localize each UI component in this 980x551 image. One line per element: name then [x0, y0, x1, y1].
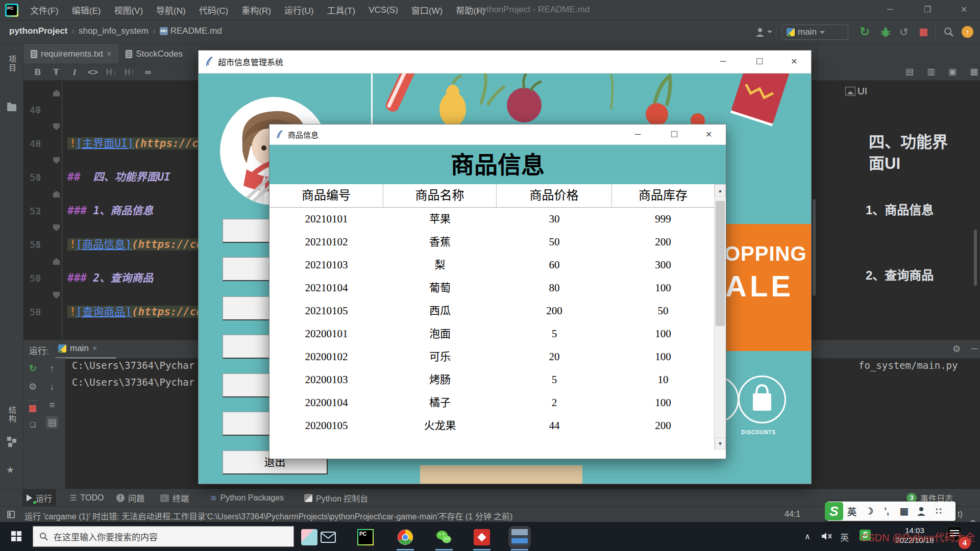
image-gutter-icon[interactable]: [53, 191, 60, 197]
user-dropdown-caret[interactable]: [767, 31, 772, 33]
toolbar-run[interactable]: 运行: [22, 489, 56, 507]
col-product-name[interactable]: 商品名称: [383, 184, 497, 207]
user-icon[interactable]: [754, 27, 766, 38]
table-row[interactable]: 20210104葡萄80100: [270, 277, 714, 299]
volume-muted-icon[interactable]: [821, 532, 833, 541]
table-row[interactable]: 20200101泡面5100: [270, 322, 714, 345]
run-settings-gear-icon[interactable]: ⚙: [952, 343, 961, 355]
toolbar-problems[interactable]: !问题: [112, 489, 149, 507]
menu-window[interactable]: 窗口(W): [405, 4, 449, 16]
md-link[interactable]: [商品信息]: [76, 238, 132, 251]
menu-refactor[interactable]: 重构(R): [235, 4, 278, 16]
breadcrumb-folder[interactable]: shop_info_system: [79, 26, 149, 36]
scroll-down-icon[interactable]: ▼: [715, 437, 726, 449]
structure-icon[interactable]: [7, 437, 11, 441]
run-button[interactable]: ↻: [860, 24, 870, 39]
toolbar-python-console[interactable]: Python 控制台: [300, 489, 372, 507]
child-window-titlebar[interactable]: 商品信息 ─ ☐ ✕: [270, 124, 726, 145]
sogou-toolbox-icon[interactable]: ∷: [930, 506, 947, 517]
menu-file[interactable]: 文件(F): [23, 4, 65, 16]
heading-gutter-icon[interactable]: [53, 292, 60, 298]
run-hide-icon[interactable]: ─: [971, 343, 978, 354]
heading-gutter-icon[interactable]: [53, 157, 60, 164]
mail-app-icon[interactable]: [321, 530, 336, 544]
sogou-person-icon[interactable]: [916, 506, 926, 516]
sogou-keyboard-icon[interactable]: ▦: [895, 506, 913, 517]
breadcrumb-project[interactable]: pythonProject: [9, 26, 67, 36]
product-table[interactable]: 商品编号 商品名称 商品价格 商品库存 20210101苹果30999 2021…: [270, 184, 714, 437]
child-close-button[interactable]: ✕: [705, 130, 712, 139]
header-down-icon[interactable]: H↓: [102, 67, 120, 78]
sogou-ime-bar[interactable]: S 英 ☽ ’, ▦ ∷: [827, 502, 955, 521]
view-grid-icon[interactable]: ▦: [963, 66, 980, 77]
wechat-app-icon[interactable]: [436, 530, 452, 545]
tab-requirements[interactable]: requirements.txt ×: [23, 44, 118, 64]
table-row[interactable]: 20210101苹果30999: [270, 208, 714, 231]
tool-windows-toggle-icon[interactable]: [7, 511, 15, 518]
taskbar-search[interactable]: 在这里输入你要搜索的内容: [33, 526, 294, 547]
sogou-punctuation-icon[interactable]: ’,: [878, 506, 895, 517]
col-product-id[interactable]: 商品编号: [270, 184, 383, 207]
table-row[interactable]: 20200105火龙果44200: [270, 414, 714, 437]
run-tab-close-icon[interactable]: ×: [92, 344, 97, 353]
search-everywhere-icon[interactable]: [943, 27, 954, 38]
main-maximize-button[interactable]: ☐: [756, 57, 763, 66]
code-icon[interactable]: <>: [84, 67, 102, 78]
child-maximize-button[interactable]: ☐: [671, 130, 678, 139]
scroll-up-icon[interactable]: ▲: [715, 184, 726, 196]
heading-gutter-icon[interactable]: [53, 123, 60, 130]
cards-game-app-icon[interactable]: [474, 529, 490, 545]
ide-maximize-button[interactable]: ❐: [924, 5, 931, 14]
col-product-price[interactable]: 商品价格: [497, 184, 612, 207]
italic-icon[interactable]: I: [65, 67, 84, 78]
menu-vcs[interactable]: VCS(S): [362, 5, 405, 15]
table-row[interactable]: 20210102香蕉50200: [270, 231, 714, 254]
stop-icon[interactable]: [29, 405, 36, 412]
table-row[interactable]: 20210105西瓜20050: [270, 299, 714, 322]
main-window-titlebar[interactable]: 超市信息管理系统 ─ ☐ ✕: [199, 51, 811, 73]
debug-button[interactable]: [880, 27, 891, 38]
image-gutter-icon[interactable]: [53, 258, 60, 265]
favorites-star-icon[interactable]: ★: [6, 464, 14, 475]
run-config-selector[interactable]: main: [782, 24, 848, 40]
table-row[interactable]: 20200103烤肠510: [270, 368, 714, 391]
scroll-to-end-icon[interactable]: ▤: [46, 416, 58, 429]
editor-scrollbar[interactable]: [813, 199, 816, 296]
image-gutter-icon[interactable]: [53, 90, 60, 96]
menu-edit[interactable]: 编辑(E): [65, 4, 108, 16]
bold-icon[interactable]: B: [29, 67, 47, 78]
profile-button[interactable]: ↺: [899, 26, 909, 38]
view-editor-only-icon[interactable]: ▤: [899, 66, 920, 77]
md-link[interactable]: [主界面UI]: [76, 137, 134, 149]
menu-run[interactable]: 运行(U): [278, 4, 321, 16]
tab-stockcodes[interactable]: StockCodes: [118, 44, 190, 64]
run-tab-main[interactable]: main ×: [58, 343, 97, 354]
caret-position[interactable]: 44:1: [785, 510, 800, 519]
scrollbar-thumb[interactable]: [716, 201, 725, 326]
menu-navigate[interactable]: 导航(N): [150, 4, 192, 16]
up-stack-icon[interactable]: ↑: [46, 362, 58, 374]
restore-layout-icon[interactable]: ❏: [27, 418, 39, 431]
status-message[interactable]: 运行 'cargame (1)' 时出错: 无法启动进程,工作目录'C:\Use…: [24, 510, 512, 522]
view-split-icon[interactable]: ▥: [920, 66, 942, 77]
tool-window-structure[interactable]: 结构: [7, 406, 17, 423]
photos-app-icon[interactable]: [301, 529, 317, 545]
menu-code[interactable]: 代码(C): [192, 4, 235, 16]
stop-button[interactable]: [920, 29, 927, 36]
tool-window-project[interactable]: 项目: [7, 55, 17, 72]
sogou-logo[interactable]: S: [825, 502, 843, 520]
rerun-icon[interactable]: ↻: [27, 362, 39, 374]
soft-wrap-icon[interactable]: ≡: [46, 399, 58, 411]
main-minimize-button[interactable]: ─: [720, 57, 726, 66]
menu-tools[interactable]: 工具(T): [321, 4, 362, 16]
sogou-lang-toggle[interactable]: 英: [843, 505, 861, 518]
table-scrollbar[interactable]: ▲ ▼: [714, 184, 726, 449]
ide-close-button[interactable]: ✕: [961, 5, 967, 14]
ime-indicator[interactable]: 英: [840, 531, 849, 543]
col-product-stock[interactable]: 商品库存: [612, 184, 714, 207]
tab-close-icon[interactable]: ×: [107, 49, 111, 59]
table-row[interactable]: 20200104橘子2100: [270, 391, 714, 414]
header-up-icon[interactable]: H↑: [120, 67, 139, 78]
sogou-moon-icon[interactable]: ☽: [861, 506, 878, 517]
table-row[interactable]: 20200102可乐20100: [270, 345, 714, 368]
